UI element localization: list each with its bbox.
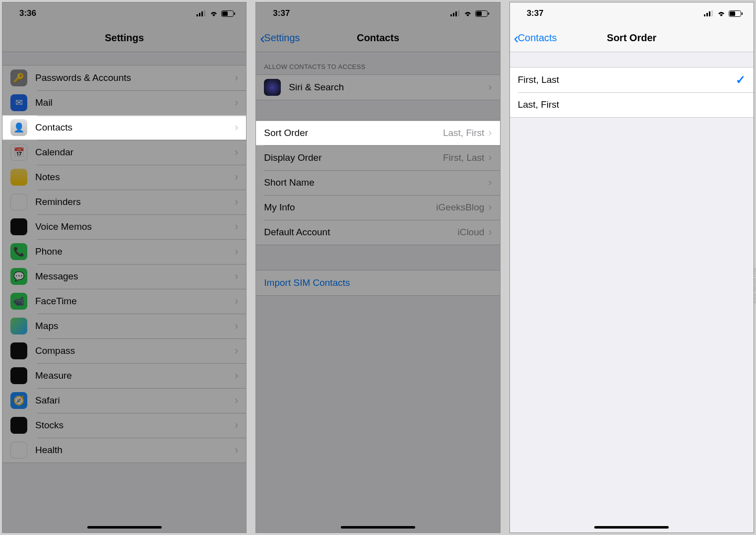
- chevron-right-icon: ›: [235, 220, 238, 233]
- status-time: 3:36: [19, 8, 36, 18]
- chevron-right-icon: ›: [235, 146, 238, 159]
- status-time: 3:37: [527, 8, 544, 18]
- siri-icon: [264, 79, 281, 96]
- voicememos-icon: [10, 218, 27, 235]
- chevron-right-icon: ›: [235, 196, 238, 208]
- chevron-right-icon: ›: [488, 226, 492, 239]
- settings-row-stocks[interactable]: Stocks›: [2, 413, 246, 438]
- import-list: Import SIM Contacts: [256, 270, 500, 296]
- passwords-icon: 🔑: [10, 69, 27, 86]
- wifi-icon: [463, 10, 472, 16]
- contacts-row-sort-order[interactable]: Sort OrderLast, First›: [256, 121, 500, 145]
- settings-row-phone[interactable]: 📞Phone›: [2, 239, 246, 264]
- back-button[interactable]: ‹ Contacts: [514, 31, 557, 46]
- home-indicator[interactable]: [341, 526, 415, 529]
- back-label: Contacts: [518, 32, 557, 44]
- row-label: Maps: [35, 321, 235, 332]
- row-label: Passwords & Accounts: [35, 72, 235, 83]
- settings-row-safari[interactable]: 🧭Safari›: [2, 388, 246, 413]
- access-list: Siri & Search ›: [256, 74, 500, 100]
- chevron-right-icon: ›: [488, 176, 492, 189]
- row-label: Contacts: [35, 122, 235, 133]
- checkmark-icon: ✓: [736, 73, 746, 87]
- chevron-right-icon: ›: [235, 419, 238, 432]
- battery-icon: [221, 10, 235, 17]
- chevron-right-icon: ›: [235, 121, 238, 134]
- svg-rect-15: [706, 13, 708, 16]
- svg-rect-14: [704, 14, 705, 16]
- battery-icon: [475, 10, 489, 17]
- mail-icon: ✉︎: [10, 94, 27, 111]
- safari-icon: 🧭: [10, 392, 27, 409]
- back-button[interactable]: ‹ Settings: [260, 31, 300, 46]
- chevron-right-icon: ›: [235, 295, 238, 308]
- sort-order-options-list: First, Last✓Last, First: [510, 67, 754, 118]
- svg-rect-10: [458, 10, 459, 16]
- row-label: Reminders: [35, 197, 235, 207]
- messages-icon: 💬: [10, 268, 27, 285]
- page-title: Sort Order: [607, 32, 656, 44]
- contacts-row-short-name[interactable]: Short Name›: [256, 170, 500, 195]
- settings-row-health[interactable]: ♥Health›: [2, 438, 246, 463]
- svg-rect-6: [234, 12, 235, 15]
- chevron-right-icon: ›: [488, 127, 492, 139]
- notes-icon: [10, 169, 27, 186]
- settings-row-notes[interactable]: Notes›: [2, 165, 246, 190]
- row-label: Messages: [35, 271, 235, 282]
- contacts-row-default-account[interactable]: Default AccountiCloud›: [256, 220, 500, 245]
- facetime-icon: 📹: [10, 293, 27, 310]
- status-indicators: [704, 10, 743, 17]
- settings-row-facetime[interactable]: 📹FaceTime›: [2, 289, 246, 314]
- cellular-icon: [704, 10, 714, 16]
- svg-rect-3: [204, 10, 205, 16]
- settings-row-passwords[interactable]: 🔑Passwords & Accounts›: [2, 66, 246, 90]
- cellular-icon: [196, 10, 206, 16]
- contacts-row-my-info[interactable]: My InfoiGeeksBlog›: [256, 195, 500, 220]
- row-label: Notes: [35, 172, 235, 183]
- contacts-settings-container[interactable]: ALLOW CONTACTS TO ACCESS Siri & Search ›…: [256, 52, 500, 533]
- svg-rect-1: [199, 13, 200, 16]
- settings-row-reminders[interactable]: Reminders›: [2, 190, 246, 214]
- row-value: iCloud: [457, 227, 484, 238]
- chevron-right-icon: ›: [235, 394, 238, 407]
- calendar-icon: 📅: [10, 144, 27, 161]
- battery-icon: [729, 10, 743, 17]
- settings-row-messages[interactable]: 💬Messages›: [2, 264, 246, 289]
- sort-order-container[interactable]: First, Last✓Last, First: [510, 52, 754, 533]
- row-label: Siri & Search: [289, 82, 488, 93]
- siri-search-row[interactable]: Siri & Search ›: [256, 75, 500, 100]
- row-label: Calendar: [35, 147, 235, 158]
- settings-list-container[interactable]: 🔑Passwords & Accounts›✉︎Mail›👤Contacts›📅…: [2, 52, 246, 533]
- home-indicator[interactable]: [87, 526, 162, 529]
- chevron-right-icon: ›: [488, 151, 492, 164]
- import-sim-contacts-row[interactable]: Import SIM Contacts: [256, 270, 500, 295]
- row-label: Default Account: [264, 227, 457, 238]
- page-title: Contacts: [357, 32, 399, 44]
- settings-row-mail[interactable]: ✉︎Mail›: [2, 90, 246, 115]
- sort-option-first-last[interactable]: First, Last✓: [510, 67, 754, 92]
- row-label: Short Name: [264, 177, 488, 188]
- chevron-right-icon: ›: [235, 444, 238, 457]
- svg-rect-9: [455, 11, 457, 16]
- settings-row-maps[interactable]: Maps›: [2, 314, 246, 338]
- settings-row-measure[interactable]: Measure›: [2, 363, 246, 388]
- svg-rect-0: [196, 14, 198, 16]
- settings-row-compass[interactable]: Compass›: [2, 338, 246, 363]
- chevron-right-icon: ›: [235, 270, 238, 283]
- svg-rect-20: [742, 12, 743, 15]
- settings-row-calendar[interactable]: 📅Calendar›: [2, 140, 246, 165]
- health-icon: ♥: [10, 442, 27, 459]
- row-label: Import SIM Contacts: [264, 277, 492, 288]
- svg-rect-12: [476, 11, 482, 16]
- settings-row-voicememos[interactable]: Voice Memos›: [2, 214, 246, 239]
- sort-option-last-first[interactable]: Last, First: [510, 92, 754, 117]
- contacts-row-display-order[interactable]: Display OrderFirst, Last›: [256, 145, 500, 170]
- row-value: iGeeksBlog: [436, 202, 484, 213]
- reminders-icon: [10, 194, 27, 210]
- phone-icon: 📞: [10, 243, 27, 260]
- home-indicator[interactable]: [594, 526, 669, 529]
- row-label: Safari: [35, 395, 235, 406]
- status-indicators: [196, 10, 235, 17]
- settings-row-contacts[interactable]: 👤Contacts›: [2, 115, 246, 140]
- row-label: Last, First: [518, 99, 746, 110]
